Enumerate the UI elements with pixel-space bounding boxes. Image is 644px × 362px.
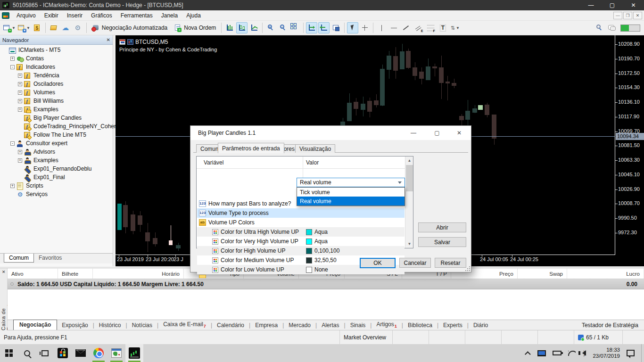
auto-scroll-button[interactable] (306, 22, 317, 33)
column-bilhete[interactable]: Bilhete (58, 269, 93, 279)
candlestick-chart-button[interactable] (236, 22, 248, 33)
nav-item-examples[interactable]: +Examples (0, 156, 113, 165)
nav-item-tend-ncia[interactable]: +fTendência (0, 71, 113, 80)
dropdown-option-tick-volume[interactable]: Tick volume (297, 188, 405, 197)
task-view-icon[interactable] (36, 344, 54, 362)
mdi-minimize-button[interactable]: — (613, 12, 622, 19)
tile-windows-button[interactable] (289, 22, 301, 33)
toolbox-tab-biblioteca[interactable]: Biblioteca (403, 321, 437, 330)
navigator-close-icon[interactable]: ✕ (107, 37, 110, 42)
menu-inserir[interactable]: Inserir (63, 11, 87, 20)
toolbox-tab-artigos[interactable]: Artigos1 (372, 320, 401, 330)
nav-item-volumes[interactable]: +fVolumes (0, 88, 113, 97)
metatrader-icon[interactable] (107, 344, 125, 362)
cursor-button[interactable] (347, 22, 358, 33)
toolbox-tab-experts[interactable]: Experts (438, 321, 467, 330)
start-button[interactable] (0, 344, 18, 362)
volume-type-combobox[interactable]: Real volume (297, 178, 405, 187)
nav-item-advisors[interactable]: +Advisors (0, 148, 113, 156)
toolbox-tab-noti-cias[interactable]: Notícias (127, 321, 157, 330)
chart-shift-button[interactable] (318, 22, 330, 33)
resize-grip[interactable] (465, 266, 470, 271)
toolbox-tab-exposic-a-o[interactable]: Exposição (57, 321, 92, 330)
profiles-button[interactable]: ▾▼ (17, 22, 31, 33)
chrome-icon[interactable] (90, 344, 107, 362)
vertical-line-button[interactable] (376, 22, 387, 33)
scroll-down-icon[interactable]: ▼ (405, 240, 413, 248)
line-chart-button[interactable] (248, 22, 260, 33)
auto-trading-button[interactable]: Negociação Automatizada (89, 22, 170, 33)
toolbox-tab-caixa-de-e-mail[interactable]: Caixa de E-mail7 (158, 320, 211, 330)
expand-icon[interactable]: + (18, 74, 22, 78)
nav-item-consultor-expert[interactable]: -Consultor expert (0, 139, 113, 148)
tray-battery-icon[interactable] (553, 351, 561, 355)
arrows-tool-button[interactable]: ⇅▼ (449, 22, 461, 33)
expand-icon[interactable]: + (18, 107, 22, 112)
save-button[interactable]: Salvar (418, 237, 466, 247)
expand-icon[interactable]: + (18, 82, 22, 86)
new-chart-button[interactable]: +▼ (2, 22, 16, 33)
reset-button[interactable]: Resetar (435, 258, 466, 268)
toolbox-tab-alertas[interactable]: Alertas (317, 321, 344, 330)
bar-chart-button[interactable] (224, 22, 235, 33)
expand-icon[interactable]: + (18, 90, 22, 95)
trendline-button[interactable] (400, 22, 412, 33)
column-lucro[interactable]: Lucro (567, 269, 644, 279)
nav-item-servi-os[interactable]: ⚙Serviços (0, 190, 113, 198)
chat-icon[interactable] (608, 25, 616, 31)
toolbox-tab-calenda-rio[interactable]: Calendário (212, 321, 249, 330)
toolbox-tab-negociac-a-o[interactable]: Negociação (13, 320, 57, 330)
collapse-icon[interactable]: - (10, 141, 15, 146)
nav-item-codetrading-principeny-coher[interactable]: fCodeTrading_PrincipeNY_Coher (0, 122, 113, 131)
toolbox-tab-mercado[interactable]: Mercado (284, 321, 315, 330)
nav-item-indicadores[interactable]: -fIndicadores (0, 63, 113, 71)
nav-item-bill-williams[interactable]: +fBill Williams (0, 97, 113, 105)
history-center-button[interactable] (48, 22, 59, 33)
scroll-up-icon[interactable]: ▲ (405, 156, 413, 165)
param-row[interactable]: abVolume UP Colors (197, 218, 405, 227)
toolbox-tab-sinais[interactable]: Sinais (346, 321, 371, 330)
dialog-minimize-button[interactable]: — (403, 126, 424, 140)
scroll-thumb[interactable] (406, 165, 413, 191)
tray-display-icon[interactable] (537, 350, 546, 356)
minimize-button[interactable]: — (580, 0, 602, 10)
param-row[interactable]: Color for Very High Volume UPAqua (197, 237, 405, 246)
new-order-button[interactable]: Nova Ordem (171, 22, 219, 33)
dialog-close-button[interactable]: ✕ (449, 126, 470, 140)
tray-clock[interactable]: 18:3323/07/2019 (593, 347, 620, 359)
toolbox-tab-histo-rico[interactable]: Histórico (94, 321, 126, 330)
dialog-tab-para-metros-de-entrada[interactable]: Parâmetros de entrada (218, 143, 284, 153)
nav-item-big-player-candles[interactable]: fBig Player Candles (0, 114, 113, 122)
toolbox-tab-empresa[interactable]: Empresa (250, 321, 282, 330)
nav-item-exp01-fernandodeblu[interactable]: Exp01_FernandoDeblu (0, 165, 113, 173)
search-icon[interactable] (595, 24, 603, 32)
dropdown-option-real-volume[interactable]: Real volume (297, 197, 405, 206)
menu-ajuda[interactable]: Ajuda (182, 11, 205, 20)
nav-tab-favoritos[interactable]: Favoritos (34, 254, 66, 262)
menu-arquivo[interactable]: Arquivo (12, 11, 40, 20)
expand-icon[interactable]: + (10, 184, 15, 188)
nav-item-contas[interactable]: +Contas (0, 54, 113, 63)
nav-item-examples[interactable]: +fExamples (0, 105, 113, 114)
collapse-icon[interactable]: - (10, 65, 15, 69)
ok-button[interactable]: OK (360, 258, 396, 268)
horizontal-line-button[interactable] (388, 22, 399, 33)
maximize-button[interactable]: ▢ (602, 0, 623, 10)
status-market-overview[interactable]: Market Overview (339, 330, 392, 344)
icmarkets-app-icon[interactable] (125, 344, 143, 362)
market-watch-button[interactable]: $ (32, 22, 43, 33)
dialog-tab-visualizac-a-o[interactable]: Visualização (295, 144, 335, 153)
nav-item-exp01-final[interactable]: Exp01_Final (0, 173, 113, 181)
mdi-restore-button[interactable]: ❐ (623, 12, 632, 19)
mail-icon[interactable] (72, 344, 90, 362)
expand-icon[interactable]: + (10, 57, 15, 61)
mql5-cloud-button[interactable]: ☁ (60, 22, 72, 33)
menu-ferramentas[interactable]: Ferramentas (116, 11, 157, 20)
tray-expand-icon[interactable] (525, 351, 531, 357)
show-desktop-sliver[interactable] (641, 344, 644, 362)
templates-button[interactable] (330, 22, 342, 33)
nav-item-scripts[interactable]: +Scripts (0, 181, 113, 190)
param-row[interactable]: 123Volume Type to process (197, 208, 405, 218)
equidistant-channel-button[interactable] (413, 22, 424, 33)
nav-item-icmarkets-mt5[interactable]: ICMarkets - MT5 (0, 46, 113, 54)
